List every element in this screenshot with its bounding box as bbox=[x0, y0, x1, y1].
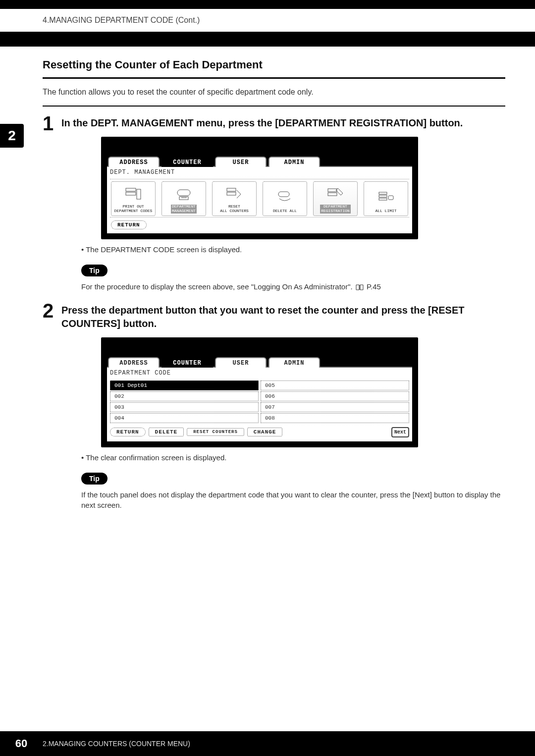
svg-text:***: *** bbox=[181, 196, 187, 200]
btn-all-limit[interactable]: ALL LIMIT bbox=[364, 181, 408, 216]
top-strip bbox=[0, 0, 535, 9]
step-2-number: 2 bbox=[43, 301, 54, 321]
btn-print-out-codes[interactable]: PRINT OUT DEPARTMENT CODES bbox=[111, 181, 156, 216]
tab-row-2: ADDRESS COUNTER USER ADMIN bbox=[107, 357, 412, 368]
screen-dept-code: ADDRESS COUNTER USER ADMIN DEPARTMENT CO… bbox=[101, 337, 418, 447]
step-2-bullet: The clear confirmation screen is display… bbox=[81, 453, 505, 462]
chapter-number: 2 bbox=[8, 128, 16, 144]
svg-rect-6 bbox=[227, 188, 236, 191]
svg-rect-1 bbox=[126, 192, 136, 195]
reset-counters-button[interactable]: RESET COUNTERS bbox=[187, 428, 244, 436]
dept-008[interactable]: 008 bbox=[261, 413, 409, 423]
dept-005[interactable]: 005 bbox=[261, 380, 409, 390]
btn-print-out-label: PRINT OUT DEPARTMENT CODES bbox=[114, 205, 153, 214]
book-icon bbox=[356, 282, 364, 293]
svg-rect-8 bbox=[278, 192, 289, 197]
dept-004[interactable]: 004 bbox=[110, 413, 259, 423]
content: Resetting the Counter of Each Department… bbox=[0, 47, 535, 510]
dept-006[interactable]: 006 bbox=[261, 391, 409, 401]
dept-list: 001 Dept01 005 002 006 003 007 004 008 bbox=[110, 379, 409, 425]
dept-002[interactable]: 002 bbox=[110, 391, 259, 401]
next-button[interactable]: Next bbox=[391, 427, 409, 437]
icon-row: PRINT OUT DEPARTMENT CODES *** DEPARTMEN… bbox=[110, 179, 409, 217]
screen-dept-management: ADDRESS COUNTER USER ADMIN DEPT. MANAGEM… bbox=[101, 137, 418, 239]
rule-thick bbox=[43, 77, 505, 79]
tab-user-2[interactable]: USER bbox=[215, 357, 267, 368]
btn-dept-management[interactable]: *** DEPARTMENT MANAGEMENT bbox=[161, 181, 206, 216]
limit-icon bbox=[377, 184, 394, 209]
page-number: 60 bbox=[0, 737, 43, 750]
btn-dept-registration-label: DEPARTMENT REGISTRATION bbox=[320, 205, 351, 214]
tab-counter[interactable]: COUNTER bbox=[161, 157, 213, 167]
header-band bbox=[0, 32, 535, 47]
btn-dept-registration[interactable]: DEPARTMENT REGISTRATION bbox=[313, 181, 358, 216]
return-button-2[interactable]: RETURN bbox=[110, 428, 146, 436]
footer: 60 2.MANAGING COUNTERS (COUNTER MENU) bbox=[0, 731, 535, 756]
return-button[interactable]: RETURN bbox=[111, 220, 147, 229]
panel-title-2: DEPARTMENT CODE bbox=[110, 370, 409, 377]
register-icon bbox=[327, 184, 344, 205]
panel-dept-mgmt: DEPT. MANAGEMENT PRINT OUT DEPARTMENT CO… bbox=[107, 166, 412, 233]
panel-dept-code: DEPARTMENT CODE 001 Dept01 005 002 006 0… bbox=[107, 367, 412, 441]
rule-medium bbox=[43, 106, 505, 107]
btn-reset-all-counters[interactable]: RESET ALL COUNTERS bbox=[212, 181, 257, 216]
svg-rect-7 bbox=[227, 192, 236, 195]
tip-text-1a: For the procedure to display the screen … bbox=[81, 282, 355, 291]
btn-dept-management-label: DEPARTMENT MANAGEMENT bbox=[171, 205, 197, 214]
svg-rect-14 bbox=[388, 196, 393, 200]
step-2: 2 Press the department button that you w… bbox=[43, 304, 505, 510]
tab-admin-2[interactable]: ADMIN bbox=[268, 357, 320, 368]
svg-rect-10 bbox=[328, 193, 337, 196]
pill-row: RETURN bbox=[110, 217, 409, 229]
dept-003[interactable]: 003 bbox=[110, 402, 259, 412]
tab-user[interactable]: USER bbox=[215, 157, 267, 167]
btn-delete-all[interactable]: DELETE ALL bbox=[263, 181, 307, 216]
svg-rect-12 bbox=[379, 195, 387, 197]
step-1-bullet: The DEPARTMENT CODE screen is displayed. bbox=[81, 245, 505, 254]
step-1-heading: In the DEPT. MANAGEMENT menu, press the … bbox=[61, 116, 505, 130]
step-1: 1 In the DEPT. MANAGEMENT menu, press th… bbox=[43, 116, 505, 293]
panel-title: DEPT. MANAGEMENT bbox=[110, 169, 409, 176]
svg-rect-11 bbox=[379, 192, 387, 194]
section-intro: The function allows you to reset the cou… bbox=[43, 88, 505, 97]
section-title: Resetting the Counter of Each Department bbox=[43, 58, 505, 71]
chapter-tab: 2 bbox=[0, 124, 24, 148]
change-button[interactable]: CHANGE bbox=[247, 428, 283, 436]
step-1-body: In the DEPT. MANAGEMENT menu, press the … bbox=[61, 116, 505, 293]
tip-text-2: If the touch panel does not display the … bbox=[81, 489, 505, 510]
svg-rect-0 bbox=[126, 188, 136, 191]
tip-badge-1: Tip bbox=[81, 265, 107, 276]
breadcrumb: 4.MANAGING DEPARTMENT CODE (Cont.) bbox=[43, 16, 200, 24]
delete-icon bbox=[276, 184, 293, 209]
svg-rect-3 bbox=[177, 190, 190, 196]
step-1-number: 1 bbox=[43, 113, 54, 133]
header-region: 4.MANAGING DEPARTMENT CODE (Cont.) bbox=[0, 9, 535, 32]
card-icon: *** bbox=[175, 184, 192, 205]
printer-icon bbox=[125, 184, 142, 205]
step-2-body: Press the department button that you wan… bbox=[61, 304, 505, 510]
tip-text-1b: P.45 bbox=[367, 282, 381, 291]
tab-row: ADDRESS COUNTER USER ADMIN bbox=[107, 157, 412, 167]
tab-admin[interactable]: ADMIN bbox=[268, 157, 320, 167]
btn-delete-all-label: DELETE ALL bbox=[273, 209, 297, 214]
tip-text-1: For the procedure to display the screen … bbox=[81, 281, 505, 293]
dept-007[interactable]: 007 bbox=[261, 402, 409, 412]
svg-rect-2 bbox=[137, 189, 141, 199]
btn-reset-all-label: RESET ALL COUNTERS bbox=[220, 205, 249, 214]
bottom-controls: RETURN DELETE RESET COUNTERS CHANGE Next bbox=[110, 425, 409, 437]
tab-address[interactable]: ADDRESS bbox=[108, 157, 160, 167]
svg-rect-13 bbox=[379, 198, 387, 200]
tip-badge-2: Tip bbox=[81, 473, 107, 485]
tab-counter-2[interactable]: COUNTER bbox=[161, 357, 213, 368]
reset-icon bbox=[226, 184, 243, 205]
step-2-heading: Press the department button that you wan… bbox=[61, 304, 505, 330]
tab-address-2[interactable]: ADDRESS bbox=[108, 357, 160, 368]
btn-all-limit-label: ALL LIMIT bbox=[375, 209, 396, 214]
footer-text: 2.MANAGING COUNTERS (COUNTER MENU) bbox=[43, 740, 190, 748]
delete-button[interactable]: DELETE bbox=[149, 428, 184, 436]
dept-001[interactable]: 001 Dept01 bbox=[110, 380, 259, 390]
